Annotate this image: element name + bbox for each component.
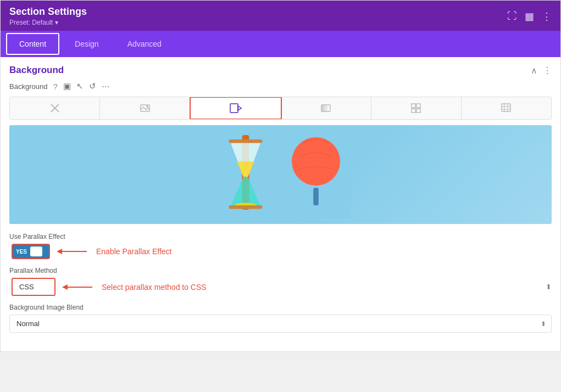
parallax-method-group: Parallax Method CSS Select parallax meth… <box>9 267 552 296</box>
bg-type-map[interactable] <box>462 97 551 119</box>
help-icon[interactable]: ? <box>53 82 57 91</box>
parallax-effect-label: Use Parallax Effect <box>9 233 552 240</box>
parallax-effect-group: Use Parallax Effect YES Enable Parallax … <box>9 233 552 259</box>
section-content: Background ∧ ⋮ Background ? ▣ ↖ ↺ ⋯ <box>1 57 560 351</box>
cursor-icon[interactable]: ↖ <box>76 81 84 91</box>
panel-title-wrap: Section Settings Preset: Default ▾ <box>9 6 87 26</box>
background-heading-icons: ∧ ⋮ <box>531 65 552 76</box>
svg-rect-22 <box>313 188 319 205</box>
background-type-selector <box>9 97 552 120</box>
parallax-method-arrow <box>62 281 95 294</box>
bg-type-pattern[interactable] <box>371 97 462 119</box>
parallax-method-row: CSS Select parallax method to CSS ⬍ <box>12 278 552 296</box>
tablet-icon[interactable]: ▣ <box>63 81 71 91</box>
section-settings-panel: Section Settings Preset: Default ▾ ⛶ ▦ ⋮… <box>0 0 561 352</box>
parallax-method-label: Parallax Method <box>9 267 552 275</box>
parallax-effect-row: YES Enable Parallax Effect <box>12 244 552 259</box>
reset-icon[interactable]: ↺ <box>89 81 96 91</box>
tab-advanced[interactable]: Advanced <box>114 33 175 55</box>
blend-group: Background Image Blend Normal Multiply S… <box>9 304 552 333</box>
svg-rect-2 <box>230 104 238 113</box>
collapse-icon[interactable]: ∧ <box>531 65 537 76</box>
background-heading: Background ∧ ⋮ <box>9 57 552 79</box>
parallax-method-dropdown[interactable]: CSS <box>12 278 55 296</box>
svg-point-23 <box>292 137 340 186</box>
parallax-method-annotation-text: Select parallax method to CSS <box>102 283 207 292</box>
svg-rect-4 <box>321 105 330 111</box>
svg-rect-20 <box>229 139 262 143</box>
bg-type-image[interactable] <box>100 97 190 119</box>
options-icon[interactable]: ⋯ <box>102 81 110 91</box>
parallax-method-value: CSS <box>19 283 34 291</box>
svg-point-1 <box>146 105 148 108</box>
panel-title: Section Settings <box>9 6 87 18</box>
tabs-bar: Content Design Advanced <box>1 31 560 57</box>
toggle-yes-label: YES <box>16 249 27 255</box>
svg-rect-8 <box>416 109 420 113</box>
parallax-toggle[interactable]: YES <box>12 244 50 259</box>
bg-type-video[interactable] <box>190 97 281 120</box>
svg-rect-6 <box>416 104 420 108</box>
tab-content[interactable]: Content <box>6 33 59 55</box>
tab-design[interactable]: Design <box>62 33 112 55</box>
background-title: Background <box>9 65 64 76</box>
parallax-arrow <box>57 245 90 258</box>
background-label-text: Background <box>9 82 47 91</box>
toggle-knob <box>30 247 42 256</box>
svg-marker-27 <box>62 284 68 290</box>
svg-marker-3 <box>238 106 241 110</box>
svg-rect-5 <box>412 104 415 108</box>
panel-header: Section Settings Preset: Default ▾ ⛶ ▦ ⋮ <box>1 1 560 31</box>
background-more-icon[interactable]: ⋮ <box>543 65 552 76</box>
panel-preset[interactable]: Preset: Default ▾ <box>9 19 87 26</box>
parallax-annotation-text: Enable Parallax Effect <box>96 247 172 256</box>
svg-rect-9 <box>502 104 510 111</box>
blend-select-wrapper: Normal Multiply Screen Overlay <box>9 315 552 333</box>
columns-icon[interactable]: ▦ <box>525 10 534 23</box>
panel-header-icons: ⛶ ▦ ⋮ <box>507 10 552 23</box>
expand-icon[interactable]: ⛶ <box>507 10 517 22</box>
method-select-chevron: ⬍ <box>546 283 552 291</box>
blend-label: Background Image Blend <box>9 304 552 311</box>
blend-select[interactable]: Normal Multiply Screen Overlay <box>9 315 552 333</box>
background-label-row: Background ? ▣ ↖ ↺ ⋯ <box>9 79 552 97</box>
svg-marker-25 <box>57 249 62 254</box>
bg-type-none[interactable] <box>10 97 100 119</box>
more-icon[interactable]: ⋮ <box>542 10 552 23</box>
svg-rect-7 <box>412 109 415 113</box>
background-preview <box>9 125 552 224</box>
bg-type-gradient[interactable] <box>281 97 371 119</box>
svg-rect-21 <box>229 205 262 209</box>
